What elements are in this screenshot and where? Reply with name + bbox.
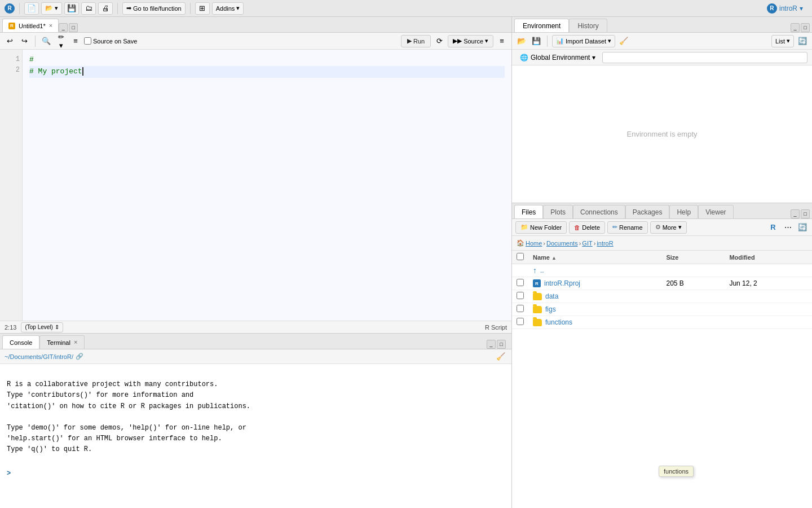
- more-button[interactable]: ⚙ More ▾: [650, 221, 687, 234]
- minimize-env-button[interactable]: _: [791, 23, 800, 32]
- source-on-save-checkbox[interactable]: [84, 37, 91, 45]
- editor-options-button[interactable]: ≡: [496, 35, 508, 47]
- code-editor[interactable]: 1 2 # # My project: [0, 50, 511, 321]
- file-modified: Jun 12, 2: [725, 277, 812, 290]
- env-search-input[interactable]: [602, 52, 807, 63]
- row-checkbox-cell[interactable]: [512, 290, 528, 303]
- minimize-files-button[interactable]: _: [791, 209, 800, 218]
- file-name-cell[interactable]: ↑ ..: [528, 264, 661, 277]
- breadcrumb-home[interactable]: Home: [526, 240, 542, 247]
- name-column-header[interactable]: Name ▲: [528, 251, 661, 264]
- table-row[interactable]: functions: [512, 316, 812, 329]
- files-tab-files[interactable]: Files: [514, 205, 543, 218]
- console-tab-terminal[interactable]: Terminal ×: [39, 335, 85, 349]
- save-button[interactable]: 💾: [64, 2, 79, 15]
- addins-button[interactable]: Addins ▾: [212, 2, 244, 15]
- functions-folder-link[interactable]: functions: [533, 318, 657, 326]
- file-name-cell[interactable]: functions: [528, 316, 661, 329]
- file-name-cell[interactable]: figs: [528, 303, 661, 316]
- undo-button[interactable]: ↩: [3, 35, 16, 47]
- table-row[interactable]: figs: [512, 303, 812, 316]
- file-size: [661, 264, 725, 277]
- import-dataset-button[interactable]: 📊 Import Dataset ▾: [552, 35, 615, 47]
- table-row[interactable]: data: [512, 290, 812, 303]
- console-body[interactable]: R is a collaborative project with many c…: [0, 364, 511, 508]
- files-r-badge[interactable]: R: [767, 221, 779, 234]
- delete-button[interactable]: 🗑 Delete: [569, 221, 605, 234]
- modified-column-header[interactable]: Modified: [725, 251, 812, 264]
- size-column-header[interactable]: Size: [661, 251, 725, 264]
- tab-close-button[interactable]: ×: [49, 23, 52, 29]
- save-all-button[interactable]: 🗂: [81, 2, 96, 15]
- env-tab-environment[interactable]: Environment: [514, 19, 569, 32]
- file-checkbox[interactable]: [517, 318, 524, 325]
- file-name-cell[interactable]: R introR.Rproj: [528, 277, 661, 290]
- files-tab-plots[interactable]: Plots: [543, 205, 573, 218]
- source-button[interactable]: ▶▶ Source ▾: [448, 35, 493, 47]
- minimize-console-button[interactable]: _: [487, 340, 496, 349]
- env-save-button[interactable]: 💾: [530, 35, 542, 47]
- breadcrumb-documents[interactable]: Documents: [546, 240, 578, 247]
- maximize-files-button[interactable]: □: [801, 209, 810, 218]
- row-checkbox-cell[interactable]: [512, 277, 528, 290]
- editor-tab-untitled1[interactable]: R Untitled1* ×: [2, 19, 59, 32]
- refresh-env-button[interactable]: 🔄: [796, 35, 809, 47]
- select-all-header[interactable]: [512, 251, 528, 264]
- data-folder-link[interactable]: data: [533, 292, 657, 300]
- global-env-selector[interactable]: 🌐 Global Environment ▾: [517, 52, 599, 63]
- go-to-file-button[interactable]: ➡ Go to file/function: [122, 2, 186, 15]
- maximize-console-button[interactable]: □: [497, 340, 506, 349]
- editor-panel-controls: _ □: [59, 23, 80, 32]
- print-button[interactable]: 🖨: [98, 2, 113, 15]
- file-type: R Script: [485, 324, 507, 331]
- clear-console-button[interactable]: 🧹: [495, 351, 507, 363]
- minimize-editor-button[interactable]: _: [59, 23, 68, 32]
- breadcrumb-git[interactable]: GIT: [582, 240, 592, 247]
- source-on-save-label[interactable]: Source on Save: [84, 37, 137, 45]
- console-panel-controls: _ □: [487, 340, 508, 349]
- maximize-env-button[interactable]: □: [801, 23, 810, 32]
- new-file-button[interactable]: 📄: [24, 2, 39, 15]
- parent-dir-link[interactable]: ↑ ..: [533, 266, 657, 275]
- console-tab-console[interactable]: Console: [2, 335, 39, 349]
- find-button[interactable]: 🔍: [40, 35, 52, 47]
- env-tab-history[interactable]: History: [569, 19, 607, 32]
- files-tab-connections[interactable]: Connections: [573, 205, 625, 218]
- console-prompt[interactable]: >: [7, 468, 505, 479]
- grid-button[interactable]: ⊞: [195, 2, 210, 15]
- file-checkbox[interactable]: [517, 292, 524, 299]
- rproj-file-link[interactable]: R introR.Rproj: [533, 279, 657, 287]
- format-button[interactable]: ≡: [69, 35, 82, 47]
- rename-button[interactable]: ✏ Rename: [607, 221, 648, 234]
- tab-file-icon: R: [8, 23, 15, 29]
- file-checkbox[interactable]: [517, 279, 524, 286]
- files-tab-viewer[interactable]: Viewer: [698, 205, 733, 218]
- maximize-editor-button[interactable]: □: [69, 23, 78, 32]
- files-more-options[interactable]: ⋯: [782, 221, 794, 234]
- text-cursor: [82, 67, 83, 76]
- code-tools-button[interactable]: ✏ ▾: [55, 35, 67, 47]
- refresh-files-button[interactable]: 🔄: [796, 221, 809, 234]
- run-button[interactable]: ▶ Run: [401, 35, 431, 47]
- open-button[interactable]: 📂 ▾: [41, 2, 62, 15]
- file-name-cell[interactable]: data: [528, 290, 661, 303]
- rerun-button[interactable]: ⟳: [433, 35, 445, 47]
- table-row[interactable]: R introR.Rproj 205 B Jun 12, 2: [512, 277, 812, 290]
- list-view-button[interactable]: List ▾: [771, 35, 794, 47]
- files-tab-packages[interactable]: Packages: [625, 205, 670, 218]
- env-load-button[interactable]: 📂: [515, 35, 528, 47]
- table-row[interactable]: ↑ ..: [512, 264, 812, 277]
- terminal-close-button[interactable]: ×: [74, 339, 77, 345]
- breadcrumb-current[interactable]: introR: [597, 240, 613, 247]
- row-checkbox-cell[interactable]: [512, 316, 528, 329]
- code-content[interactable]: # # My project: [23, 50, 511, 321]
- scope-selector[interactable]: (Top Level) ⇕: [21, 322, 63, 332]
- redo-button[interactable]: ↪: [18, 35, 30, 47]
- select-all-checkbox[interactable]: [517, 253, 524, 260]
- row-checkbox-cell[interactable]: [512, 303, 528, 316]
- files-tab-help[interactable]: Help: [669, 205, 698, 218]
- new-folder-button[interactable]: 📁 New Folder: [515, 221, 567, 234]
- clear-workspace-button[interactable]: 🧹: [617, 35, 630, 47]
- file-checkbox[interactable]: [517, 305, 524, 312]
- figs-folder-link[interactable]: figs: [533, 305, 657, 313]
